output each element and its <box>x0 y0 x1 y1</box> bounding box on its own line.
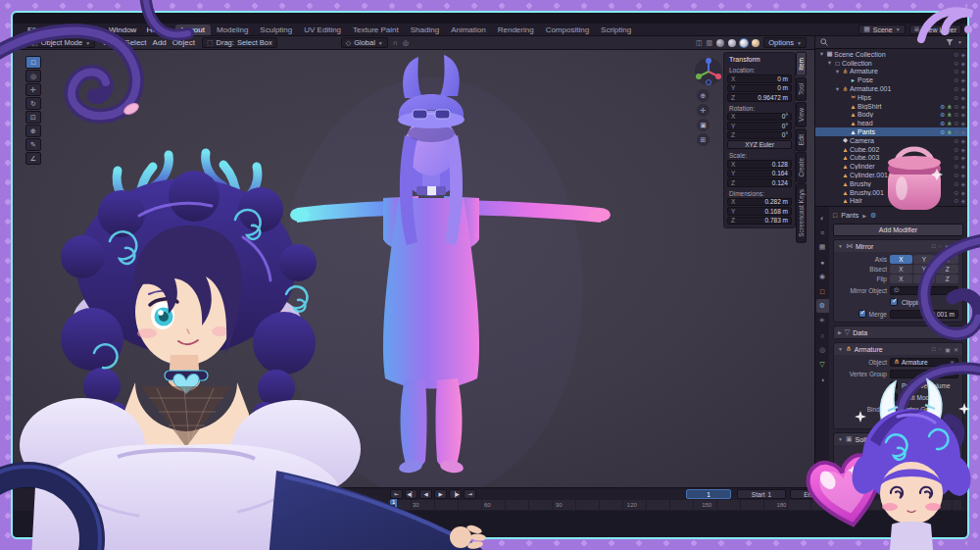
viewport-menu-object[interactable]: Object <box>171 38 197 47</box>
workspace-tab-uv-editing[interactable]: UV Editing <box>298 25 347 35</box>
mirror-flip-x-toggle[interactable]: X <box>890 275 912 283</box>
render-visibility-icon[interactable]: ◈ <box>960 94 965 101</box>
outliner-row-cylinder-001[interactable]: ▲Cylinder.001⊙◈ <box>815 171 967 179</box>
merge-value-field[interactable]: 0.001 m <box>890 310 958 319</box>
mirror-axis-y-toggle[interactable]: Y <box>913 255 936 264</box>
outliner-row-cube-002[interactable]: ▲Cube.002⊙◈ <box>815 145 967 154</box>
move-tool[interactable]: ✛ <box>25 83 41 96</box>
eye-icon[interactable]: ⊙ <box>954 146 958 153</box>
transform-field-rotation-y[interactable]: Y0° <box>727 122 792 130</box>
realtime-toggle-icon[interactable]: ◌ <box>939 243 943 249</box>
solidify-mode-select[interactable]: Simple ▼ <box>890 448 958 457</box>
play-button[interactable]: ▶ <box>434 489 447 499</box>
scale-tool[interactable]: ⊡ <box>25 111 41 124</box>
next-keyframe-button[interactable]: ▕▶ <box>449 489 462 499</box>
mirror-axis-z-toggle[interactable]: Z <box>936 255 958 264</box>
clear-icon[interactable]: ✕ <box>950 359 955 366</box>
editmode-toggle-icon[interactable]: □ <box>932 346 936 352</box>
outliner-row-hips[interactable]: ≍Hips⊙◈ <box>815 93 967 102</box>
eye-icon[interactable]: ⊙ <box>954 120 958 126</box>
ortho-toggle-icon[interactable]: ⊞ <box>697 133 710 146</box>
outliner-row-armature-001[interactable]: ▼⋔Armature.001⊙◈ <box>815 84 967 93</box>
transform-field-dimensions-y[interactable]: Y0.168 m <box>727 207 792 216</box>
menu-help[interactable]: Help <box>141 25 167 34</box>
eye-icon[interactable]: ⊙ <box>954 172 958 178</box>
close-icon[interactable]: ✕ <box>954 329 958 336</box>
workspace-tab-layout[interactable]: Layout <box>175 25 211 35</box>
eye-icon[interactable]: ⊙ <box>954 85 958 92</box>
render-toggle-icon[interactable]: ▣ <box>945 329 951 336</box>
n-panel-tab-create[interactable]: Create <box>796 152 807 183</box>
transform-field-dimensions-z[interactable]: Z0.783 m <box>727 217 792 225</box>
scene-selector[interactable]: ▦ Scene ▼ <box>858 25 905 34</box>
current-frame-field[interactable]: 1 <box>686 489 731 499</box>
rotate-tool[interactable]: ↻ <box>25 97 41 110</box>
workspace-tab-sculpting[interactable]: Sculpting <box>254 25 298 35</box>
transform-field-scale-x[interactable]: X0.128 <box>727 160 792 169</box>
expand-icon[interactable]: ▼ <box>834 86 841 92</box>
properties-tab-view-layer[interactable]: ▦ <box>816 240 829 254</box>
render-visibility-icon[interactable]: ◈ <box>960 154 965 161</box>
properties-tab-material[interactable]: ◑ <box>816 373 829 386</box>
frame-start-field[interactable]: Start 1 <box>737 489 786 499</box>
viewport-3d[interactable]: □◎✛↻⊡⊕✎∠ ⊕ ✛ ▣ ⊞ Transform Lo <box>13 50 814 487</box>
outliner-row-pose[interactable]: ▸Pose⊙◈ <box>815 75 967 84</box>
annotate-tool[interactable]: ✎ <box>25 138 41 151</box>
workspace-tab-shading[interactable]: Shading <box>405 25 445 35</box>
eye-icon[interactable]: ⊙ <box>954 163 958 170</box>
merge-checkbox[interactable] <box>858 310 866 318</box>
outliner-row-bigshirt[interactable]: ▲BigShirt⚙⋔⊙◈ <box>815 102 967 111</box>
outliner-row-pants[interactable]: ▲Pants⚙⋔⊙◈ <box>815 127 967 136</box>
outliner-row-cube-003[interactable]: ▲Cube.003⊙◈ <box>815 154 967 163</box>
transform-field-scale-y[interactable]: Y0.164 <box>727 170 792 178</box>
eye-icon[interactable]: ⊙ <box>954 60 958 67</box>
realtime-toggle-icon[interactable]: ◌ <box>939 436 943 442</box>
n-panel-tab-tool[interactable]: Tool <box>796 77 807 101</box>
n-panel-tab-item[interactable]: Item <box>796 52 807 76</box>
outliner-row-armature[interactable]: ▼⋔Armature⊙◈ <box>815 68 967 76</box>
viewport-menu-add[interactable]: Add <box>151 38 169 47</box>
outliner-row-head[interactable]: ▲head⚙⋔⊙◈ <box>815 119 967 127</box>
viewport-menu-select[interactable]: Select <box>122 38 148 47</box>
eye-icon[interactable]: ⊙ <box>954 76 958 83</box>
render-visibility-icon[interactable]: ◈ <box>960 189 965 196</box>
outliner-row-collection[interactable]: ▼□Collection⊙◈ <box>815 59 967 68</box>
mirror-flip-y-toggle[interactable]: Y <box>913 275 936 283</box>
render-toggle-icon[interactable]: ▣ <box>945 436 951 443</box>
transform-field-scale-z[interactable]: Z0.124 <box>727 178 792 187</box>
render-visibility-icon[interactable]: ◈ <box>960 85 965 92</box>
cursor-tool[interactable]: ◎ <box>25 70 41 82</box>
realtime-toggle-icon[interactable]: ◌ <box>939 346 943 352</box>
render-visibility-icon[interactable]: ◈ <box>960 111 965 118</box>
mirror-bisect-y-toggle[interactable]: Y <box>913 265 936 274</box>
eye-icon[interactable]: ⊙ <box>954 137 958 144</box>
transform-field-rotation-z[interactable]: Z0° <box>727 131 792 140</box>
expand-icon[interactable]: ▼ <box>826 60 833 66</box>
workspace-tab-modeling[interactable]: Modeling <box>211 25 254 35</box>
properties-tab-object[interactable]: □ <box>816 284 829 298</box>
render-visibility-icon[interactable]: ◈ <box>960 76 965 83</box>
add-modifier-button[interactable]: Add Modifier <box>833 224 963 236</box>
outliner-row-body[interactable]: ▲Body⚙⋔⊙◈ <box>815 111 967 120</box>
rotation-mode-select[interactable]: XYZ Euler <box>727 140 792 149</box>
mode-select[interactable]: ◩ Object Mode ▼ <box>26 37 95 48</box>
solidify-panel-header[interactable]: ▼ ▣ Solidify ◌ ▣ ✕ <box>834 433 962 445</box>
eye-icon[interactable]: ⊙ <box>954 94 958 101</box>
render-visibility-icon[interactable]: ◈ <box>960 180 965 187</box>
nav-gizmo[interactable] <box>694 57 723 86</box>
solidify-modifier-name[interactable]: Solidify <box>856 436 878 443</box>
expand-icon[interactable]: ▼ <box>834 69 841 75</box>
clipping-checkbox[interactable] <box>890 298 898 306</box>
camera-view-icon[interactable]: ▣ <box>697 119 710 131</box>
realtime-toggle-icon[interactable]: ◌ <box>939 329 943 335</box>
expand-icon[interactable]: ▼ <box>838 346 843 352</box>
bone-envelopes-checkbox[interactable] <box>890 417 898 425</box>
invert-icon[interactable]: ↔ <box>949 371 955 376</box>
play-reverse-button[interactable]: ◀ <box>419 489 432 499</box>
expand-icon[interactable]: ▼ <box>818 51 825 57</box>
menu-file[interactable]: File <box>23 25 45 34</box>
outliner-row-brushy-001[interactable]: ▲Brushy.001⊙◈ <box>815 188 967 197</box>
close-icon[interactable]: ✕ <box>954 346 958 353</box>
options-menu[interactable]: Options ▼ <box>763 37 807 48</box>
outliner-row-camera[interactable]: ◆Camera⊙◈ <box>815 136 967 145</box>
